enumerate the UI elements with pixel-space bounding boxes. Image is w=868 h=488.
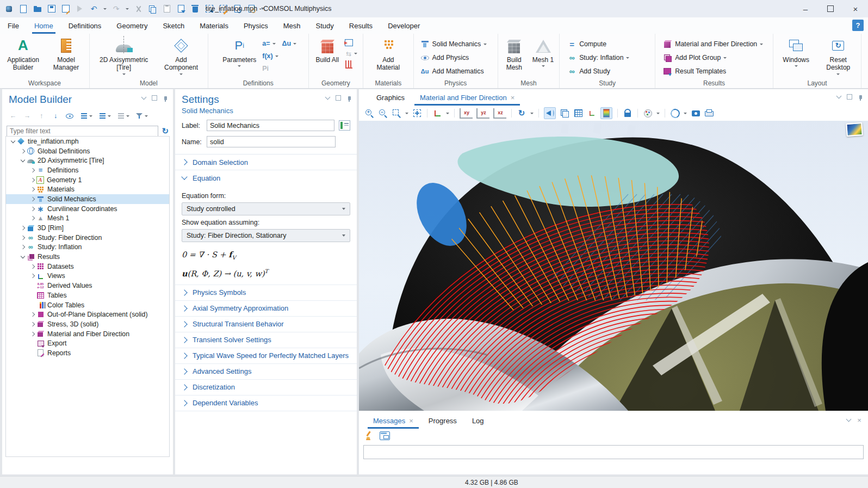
tree-item-derived-values[interactable]: 8.85e-12Derived Values	[6, 281, 169, 291]
tree-item-materials[interactable]: Materials	[6, 184, 169, 194]
chevron-collapsed-icon[interactable]	[19, 150, 26, 153]
tree-item-tables[interactable]: Tables	[6, 291, 169, 300]
label-input[interactable]	[207, 120, 334, 131]
add-physics-button[interactable]: Add Physics	[420, 51, 469, 65]
zoom-box-icon[interactable]	[392, 108, 401, 118]
tab-file[interactable]: File	[0, 17, 27, 34]
study-inflation-button[interactable]: ∞ Study: Inflation	[567, 51, 629, 65]
run-button[interactable]	[75, 4, 84, 14]
tree-item-datasets[interactable]: Datasets	[6, 262, 169, 271]
environment-dropdown-icon[interactable]	[684, 113, 687, 114]
new-file-button[interactable]	[18, 4, 28, 14]
name-input[interactable]	[207, 136, 336, 147]
tab-mesh[interactable]: Mesh	[276, 17, 308, 34]
add-study-button[interactable]: ∞ Add Study	[567, 65, 610, 78]
mesh-1-button[interactable]: Mesh 1	[531, 36, 556, 67]
tree-item-mesh-1[interactable]: ▲Mesh 1	[6, 214, 169, 224]
show-grid-toggle[interactable]	[573, 108, 583, 118]
remove-details-button[interactable]	[344, 60, 354, 69]
functions-dropdown-icon[interactable]	[275, 55, 278, 57]
copy-button[interactable]	[148, 4, 157, 14]
node-view-dropdown-icon[interactable]	[126, 115, 129, 117]
section-wave-speed[interactable]: Typical Wave Speed for Perfectly Matched…	[175, 348, 357, 364]
chevron-collapsed-icon[interactable]	[29, 178, 36, 182]
float-panel-icon[interactable]	[151, 95, 158, 101]
rename-icon[interactable]	[339, 120, 350, 131]
palette-dropdown-icon[interactable]	[656, 113, 660, 114]
expand-dropdown-icon[interactable]	[89, 115, 92, 117]
tree-item-solid-mechanics[interactable]: Solid Mechanics	[6, 194, 169, 204]
chevron-collapsed-icon[interactable]	[19, 245, 26, 249]
float-panel-icon[interactable]	[846, 94, 853, 100]
tree-item-study-fiber-direction[interactable]: ∞Study: Fiber Direction	[6, 233, 169, 243]
section-equation[interactable]: Equation	[175, 170, 357, 186]
cut-button[interactable]	[134, 4, 143, 14]
chevron-expanded-icon[interactable]	[19, 256, 26, 258]
variables-button[interactable]: a=	[262, 40, 270, 47]
rotate-dropdown-icon[interactable]	[530, 113, 534, 114]
move-up-button[interactable]: ↑	[37, 112, 46, 120]
tab-log[interactable]: Log	[466, 417, 491, 429]
view-xz-icon[interactable]: xz	[493, 108, 506, 119]
redo-dropdown-icon[interactable]	[126, 8, 129, 10]
add-component-button[interactable]: Add Component	[160, 36, 202, 75]
tree-item-results[interactable]: Results	[6, 252, 169, 262]
lock-view-icon[interactable]	[623, 108, 633, 118]
couplings-dropdown-icon[interactable]	[293, 43, 296, 45]
chevron-collapsed-icon[interactable]	[29, 169, 36, 172]
tab-definitions[interactable]: Definitions	[61, 17, 109, 34]
chevron-expanded-icon[interactable]	[9, 140, 16, 143]
maximize-button[interactable]	[818, 0, 843, 17]
add-plot-group-button[interactable]: Add Plot Group	[663, 51, 727, 65]
tree-item-global-definitions[interactable]: Global Definitions	[6, 146, 169, 156]
build-all-button[interactable]: Build All	[314, 36, 340, 64]
reset-desktop-button[interactable]: ↻ Reset Desktop	[821, 36, 855, 75]
section-axial-symmetry[interactable]: Axial Symmetry Approximation	[175, 301, 357, 317]
messages-output-box[interactable]	[363, 445, 864, 459]
view-yz-icon[interactable]: yz	[476, 108, 489, 119]
add-material-button[interactable]: Add Material	[371, 36, 405, 72]
build-mesh-button[interactable]: Build Mesh	[501, 36, 526, 72]
tree-item-out-of-plane-displacement[interactable]: Out-of-Plane Displacement (solid)	[6, 310, 169, 319]
tree-item-root[interactable]: tire_inflation.mph	[6, 137, 169, 146]
save-as-button[interactable]	[61, 4, 70, 14]
equation-form-select[interactable]: Study controlled	[182, 202, 350, 215]
chevron-collapsed-icon[interactable]	[29, 332, 36, 336]
tree-item-study-inflation[interactable]: ∞Study: Inflation	[6, 243, 169, 252]
delete-button[interactable]	[190, 4, 200, 14]
view-dropdown-icon[interactable]	[446, 113, 449, 114]
undo-button[interactable]: ↶	[89, 4, 98, 14]
redo-button[interactable]: ↷	[111, 4, 121, 14]
section-structural-transient[interactable]: Structural Transient Behavior	[175, 317, 357, 332]
collapse-dropdown-icon[interactable]	[108, 115, 111, 117]
filter-input[interactable]	[7, 126, 158, 137]
solid-mechanics-button[interactable]: Solid Mechanics	[420, 38, 487, 51]
move-down-button[interactable]: ↓	[51, 112, 60, 120]
tab-developer[interactable]: Developer	[380, 17, 427, 34]
chevron-collapsed-icon[interactable]	[29, 197, 36, 201]
tree-item-views[interactable]: Views	[6, 271, 169, 281]
show-hide-icon[interactable]	[65, 112, 74, 120]
color-palette-icon[interactable]	[643, 108, 653, 118]
update-dropdown-icon[interactable]	[354, 53, 357, 54]
chevron-collapsed-icon[interactable]	[29, 323, 36, 326]
functions-button[interactable]: f(x)	[262, 52, 272, 60]
variables-dropdown-icon[interactable]	[272, 43, 276, 45]
tree-item-3d-rim[interactable]: 3D [Rim]	[6, 223, 169, 233]
refresh-icon[interactable]: ↻	[162, 126, 169, 136]
expand-tree-icon[interactable]	[79, 112, 88, 120]
parameters-button[interactable]: Pi Parameters	[220, 36, 259, 67]
close-button[interactable]: ×	[843, 0, 868, 17]
chevron-collapsed-icon[interactable]	[29, 265, 36, 268]
tree-item-stress-3d[interactable]: Stress, 3D (solid)	[6, 319, 169, 329]
tree-node-view-icon[interactable]	[116, 112, 125, 120]
section-physics-symbols[interactable]: Physics Symbols	[175, 285, 357, 301]
save-button[interactable]	[47, 4, 56, 14]
graphics-canvas[interactable]	[359, 121, 868, 411]
tree-item-curvilinear-coordinates[interactable]: ∗Curvilinear Coordinates	[6, 204, 169, 214]
tab-geometry[interactable]: Geometry	[109, 17, 155, 34]
tree-item-export[interactable]: Export	[6, 338, 169, 348]
filter-dropdown-icon[interactable]	[145, 115, 148, 117]
clear-messages-icon[interactable]	[365, 431, 374, 440]
print-icon[interactable]	[704, 108, 714, 118]
